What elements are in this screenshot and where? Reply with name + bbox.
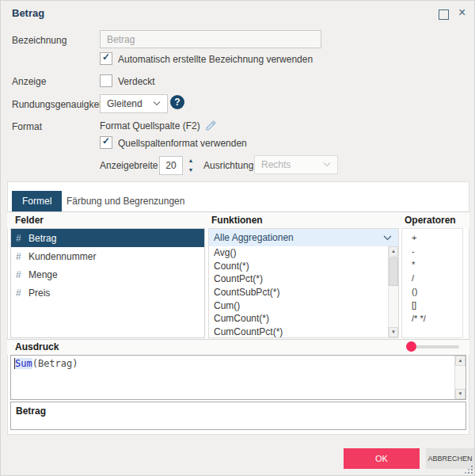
funktionen-header: Funktionen xyxy=(211,215,263,226)
bezeichnung-label: Bezeichnung xyxy=(12,35,66,46)
rundung-value: Gleitend xyxy=(107,98,142,109)
format-quellspalte: Format Quellspalte (F2) xyxy=(100,120,217,131)
numeric-field-icon: # xyxy=(16,288,28,299)
dialog-title: Betrag xyxy=(12,7,44,19)
quellformat-label[interactable]: Quellspaltenformat verwenden xyxy=(118,138,247,149)
operatoren-header: Operatoren xyxy=(405,215,456,226)
help-icon[interactable]: ? xyxy=(170,95,184,109)
chevron-down-icon xyxy=(383,235,392,241)
scroll-down-icon[interactable]: ▼ xyxy=(389,327,398,337)
zoom-slider-thumb[interactable] xyxy=(406,341,416,352)
field-label: Betrag xyxy=(28,233,56,244)
field-label: Preis xyxy=(28,288,50,299)
verdeckt-checkbox[interactable] xyxy=(100,74,112,87)
anzeigebreite-label: Anzeigebreite xyxy=(100,160,158,171)
bezeichnung-value: Betrag xyxy=(107,34,135,45)
check-icon: ✓ xyxy=(102,51,110,63)
chevron-down-icon xyxy=(323,162,331,167)
list-item-kundennummer[interactable]: # Kundennummer xyxy=(11,247,204,265)
quellformat-checkbox[interactable]: ✓ xyxy=(100,136,112,149)
list-item-operator[interactable]: * xyxy=(402,257,462,271)
preview-box: Betrag xyxy=(10,402,466,430)
list-item-function[interactable]: CumCount(*) xyxy=(209,312,388,326)
rundung-select[interactable]: Gleitend xyxy=(100,94,168,113)
list-item-operator[interactable]: () xyxy=(402,284,462,298)
field-label: Kundennummer xyxy=(28,251,96,262)
ausrichtung-value: Rechts xyxy=(261,159,291,170)
format-label: Format xyxy=(12,121,42,132)
list-item-operator[interactable]: [] xyxy=(402,298,462,311)
aggregation-filter-select[interactable]: Alle Aggregationen xyxy=(209,229,398,246)
ausrichtung-select: Rechts xyxy=(254,155,338,174)
zoom-slider-track[interactable] xyxy=(410,345,459,348)
aggregation-filter-value: Alle Aggregationen xyxy=(214,232,294,243)
rundung-label: Rundungsgenauigkeit xyxy=(12,99,104,110)
felder-header: Felder xyxy=(15,215,44,226)
ausrichtung-label: Ausrichtung xyxy=(203,160,253,171)
scrollbar-thumb[interactable] xyxy=(389,257,398,286)
preview-title: Betrag xyxy=(16,406,46,417)
verdeckt-label[interactable]: Verdeckt xyxy=(118,76,155,87)
resize-grip-icon[interactable] xyxy=(465,466,473,474)
scroll-down-icon[interactable]: ▼ xyxy=(455,389,466,399)
edit-pencil-icon[interactable] xyxy=(205,120,217,131)
close-icon[interactable]: × xyxy=(458,5,466,21)
check-icon: ✓ xyxy=(102,135,110,147)
code-keyword: Sum xyxy=(15,358,32,369)
ausdruck-strip xyxy=(7,339,469,355)
list-item-preis[interactable]: # Preis xyxy=(11,284,204,302)
spinner-down-icon[interactable]: ▼ xyxy=(188,167,194,173)
format-link-text: Format Quellspalte (F2) xyxy=(100,120,200,131)
bezeichnung-input[interactable]: Betrag xyxy=(100,30,321,48)
list-item-operator[interactable]: + xyxy=(402,230,462,244)
list-item-function[interactable]: CountSubPct(*) xyxy=(209,286,388,299)
numeric-field-icon: # xyxy=(16,251,28,262)
list-item-betrag[interactable]: # Betrag xyxy=(11,229,204,247)
editor-scrollbar[interactable]: ▲ ▼ xyxy=(454,356,466,399)
tab-faerbung-begrenzungen[interactable]: Färbung und Begrenzungen xyxy=(56,191,195,211)
list-item-function[interactable]: Count(*) xyxy=(209,260,388,273)
funktionen-box: Alle Aggregationen Avg() Count(*) CountP… xyxy=(208,228,399,338)
spinner-up-icon[interactable]: ▲ xyxy=(188,158,194,164)
auto-bezeichnung-label[interactable]: Automatisch erstellte Bezeichnung verwen… xyxy=(118,54,313,65)
auto-bezeichnung-checkbox[interactable]: ✓ xyxy=(100,52,112,65)
anzeigebreite-input[interactable]: 20 xyxy=(159,156,183,175)
chevron-down-icon xyxy=(153,101,161,106)
funktionen-scrollbar[interactable]: ▲ ▼ xyxy=(388,246,398,337)
ausdruck-editor[interactable]: Sum(Betrag) ▲ ▼ xyxy=(10,355,466,400)
field-label: Menge xyxy=(28,269,58,280)
numeric-field-icon: # xyxy=(16,269,28,280)
anzeigebreite-value: 20 xyxy=(165,160,176,171)
scrollbar-track[interactable] xyxy=(389,257,398,327)
list-item-function[interactable]: Cum() xyxy=(209,299,388,312)
list-item-operator[interactable]: /* */ xyxy=(402,311,462,325)
expression-code: Sum(Betrag) xyxy=(15,358,78,369)
list-item-menge[interactable]: # Menge xyxy=(11,265,204,284)
operatoren-list: + - * / () [] /* */ xyxy=(401,228,463,338)
list-item-function[interactable]: CumCountPct(*) xyxy=(209,326,388,337)
funktionen-list: Avg() Count(*) CountPct(*) CountSubPct(*… xyxy=(209,246,388,337)
felder-list: # Betrag # Kundennummer # Menge # Preis xyxy=(10,228,205,338)
anzeigebreite-stepper: ▲ ▼ xyxy=(186,156,196,175)
list-item-operator[interactable]: / xyxy=(402,271,462,284)
maximize-icon[interactable] xyxy=(439,10,449,20)
ok-button[interactable]: OK xyxy=(344,448,420,469)
list-item-function[interactable]: CountPct(*) xyxy=(209,272,388,286)
ausdruck-header: Ausdruck xyxy=(15,341,59,352)
scroll-up-icon[interactable]: ▲ xyxy=(455,356,466,366)
list-item-function[interactable]: Avg() xyxy=(209,246,388,260)
scroll-up-icon[interactable]: ▲ xyxy=(389,246,398,257)
numeric-field-icon: # xyxy=(16,233,28,244)
code-rest: (Betrag) xyxy=(32,358,78,369)
tab-formel[interactable]: Formel xyxy=(12,191,62,211)
anzeige-label: Anzeige xyxy=(12,76,46,87)
list-item-operator[interactable]: - xyxy=(402,244,462,257)
dialog-betrag: Betrag × Bezeichnung Betrag ✓ Automatisc… xyxy=(0,0,475,476)
